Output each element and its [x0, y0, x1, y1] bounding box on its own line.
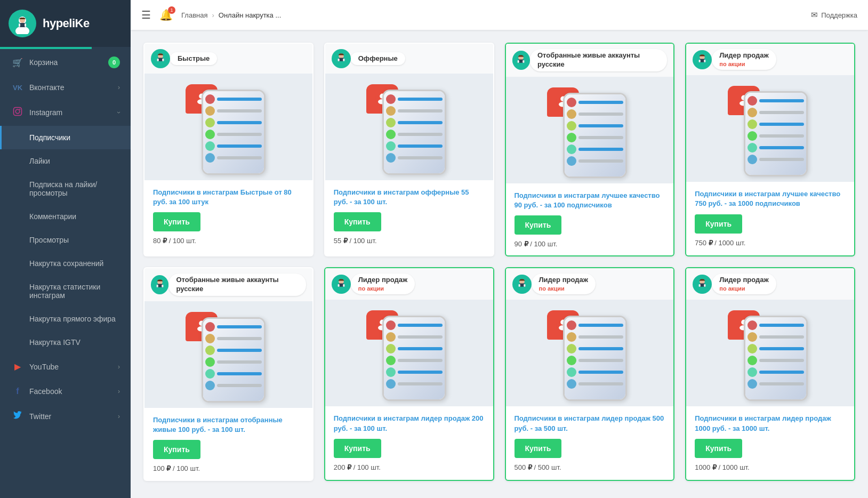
sidebar-label-subscribers: Подписчики: [29, 133, 120, 142]
facebook-icon: f: [12, 387, 23, 396]
card-header-2: Офферные: [325, 44, 493, 74]
card-header-6: Лидер продаж по акции: [325, 268, 493, 300]
product-info-8: Подписчики в инстаграм лидер продаж 1000…: [686, 406, 854, 480]
product-title-7: Подписчики в инстаграм лидер продаж 500 …: [515, 414, 665, 433]
svg-rect-54: [343, 284, 344, 287]
product-title-1: Подписчики в инстаграм Быстрые от 80 руб…: [153, 188, 304, 207]
buy-button-7[interactable]: Купить: [515, 439, 562, 458]
sidebar-item-igtv[interactable]: Накрутка IGTV: [0, 331, 131, 354]
tag-pill-4: Лидер продаж по акции: [712, 49, 776, 70]
product-price-6: 200 ₽ / 100 шт.: [334, 463, 485, 471]
sidebar-item-sub-likes[interactable]: Подписка на лайки/ просмотры: [0, 173, 131, 205]
buy-button-5[interactable]: Купить: [153, 440, 200, 459]
card-header-8: Лидер продаж по акции: [686, 268, 854, 300]
sidebar-label-likes: Лайки: [29, 157, 120, 165]
sidebar-label-facebook: Facebook: [29, 387, 118, 396]
product-price-7: 500 ₽ / 500 шт.: [515, 463, 665, 471]
product-card-6: Лидер продаж по акции: [324, 267, 494, 481]
envelope-icon: ✉: [811, 10, 818, 20]
product-card-5: Отобранные живые аккаунты русские: [143, 267, 314, 481]
sidebar-label-live: Накрутка прямого эфира: [29, 315, 120, 323]
cart-icon: 🛒: [12, 58, 23, 68]
svg-rect-5: [19, 23, 20, 27]
product-title-2: Подписчики в инстаграм офферные 55 руб. …: [334, 188, 485, 207]
instagram-icon: [12, 107, 23, 118]
svg-rect-13: [157, 59, 159, 61]
sidebar-item-youtube[interactable]: ▶ YouTube ›: [0, 354, 131, 379]
sidebar-label-youtube: YouTube: [29, 363, 118, 371]
sidebar-item-saves[interactable]: Накрутка сохранений: [0, 252, 131, 275]
sidebar-item-likes[interactable]: Лайки: [0, 149, 131, 173]
arrow-icon-instagram: ›: [115, 111, 123, 114]
arrow-icon: ›: [118, 84, 120, 91]
card-header-3: Отобранные живые аккаунты русские: [506, 44, 674, 77]
product-image-8: [686, 300, 854, 406]
product-card-3: Отобранные живые аккаунты русские: [505, 43, 675, 256]
sidebar-item-vk[interactable]: VK Вконтакте ›: [0, 76, 131, 99]
sidebar-item-views[interactable]: Просмотры: [0, 228, 131, 252]
svg-rect-69: [699, 284, 701, 287]
product-title-5: Подписчики в инстаграм отобранные живые …: [153, 415, 304, 435]
tag-pill-6: Лидер продаж по акции: [351, 274, 415, 294]
svg-rect-21: [337, 59, 339, 61]
svg-rect-29: [518, 60, 519, 63]
buy-button-6[interactable]: Купить: [334, 439, 381, 458]
sidebar-item-subscribers[interactable]: Подписчики: [0, 126, 131, 149]
svg-rect-45: [156, 285, 158, 287]
sub-tag-8: по акции: [719, 285, 768, 292]
buy-button-4[interactable]: Купить: [695, 214, 742, 234]
svg-point-8: [15, 109, 20, 114]
product-title-8: Подписчики в инстаграм лидер продаж 1000…: [695, 414, 846, 433]
product-price-2: 55 ₽ / 100 шт.: [334, 237, 485, 245]
sidebar-item-facebook[interactable]: f Facebook ›: [0, 379, 131, 404]
product-card-8: Лидер продаж по акции: [685, 267, 855, 481]
support-label: Поддержка: [821, 11, 857, 19]
svg-rect-38: [704, 60, 705, 62]
svg-rect-62: [524, 284, 525, 287]
avatar: [9, 10, 36, 37]
card-header-7: Лидер продаж по акции: [506, 268, 674, 300]
product-image-3: [506, 77, 674, 183]
product-image-7: [506, 300, 674, 406]
notification-badge: 1: [168, 6, 175, 14]
product-image-4: [686, 75, 854, 182]
product-title-4: Подписчики в инстаграм лучшее качество 7…: [695, 189, 846, 208]
arrow-icon-youtube: ›: [118, 363, 120, 371]
sidebar-label-cart: Корзина: [29, 58, 108, 67]
breadcrumb-home[interactable]: Главная: [181, 11, 207, 19]
tag-pill-3: Отобранные живые аккаунты русские: [530, 49, 667, 71]
sidebar-label-views: Просмотры: [29, 236, 120, 244]
buy-button-8[interactable]: Купить: [695, 439, 742, 458]
sidebar-item-live[interactable]: Накрутка прямого эфира: [0, 307, 131, 331]
svg-point-9: [19, 109, 20, 110]
product-image-5: [144, 301, 312, 408]
card-header-5: Отобранные живые аккаунты русские: [144, 268, 312, 301]
svg-rect-22: [343, 59, 344, 61]
sidebar-item-twitter[interactable]: Twitter ›: [0, 404, 131, 429]
notification-bell[interactable]: 🔔 1: [159, 9, 173, 21]
buy-button-3[interactable]: Купить: [515, 215, 562, 235]
svg-rect-61: [518, 284, 520, 287]
buy-button-1[interactable]: Купить: [153, 212, 200, 231]
sidebar-label-twitter: Twitter: [29, 412, 118, 421]
svg-rect-30: [523, 60, 524, 63]
sidebar-label-instagram: Instagram: [29, 108, 118, 117]
sidebar-item-comments[interactable]: Комментарии: [0, 205, 131, 228]
svg-rect-14: [162, 59, 164, 61]
youtube-icon: ▶: [12, 362, 23, 372]
sidebar-item-instagram[interactable]: Instagram ›: [0, 99, 131, 126]
card-header-1: Быстрые: [144, 44, 312, 74]
svg-rect-6: [25, 23, 26, 27]
menu-icon[interactable]: ☰: [141, 9, 151, 21]
topbar: ☰ 🔔 1 Главная › Онлайн накрутка ... ✉ По…: [131, 0, 868, 30]
sidebar-item-stats[interactable]: Накрутка статистики инстаграм: [0, 275, 131, 307]
arrow-icon-twitter: ›: [118, 413, 120, 420]
support-button[interactable]: ✉ Поддержка: [811, 10, 857, 20]
sidebar-item-cart[interactable]: 🛒 Корзина 0: [0, 49, 131, 76]
buy-button-2[interactable]: Купить: [334, 212, 381, 231]
product-title-3: Подписчики в инстаграм лучшее качество 9…: [515, 191, 665, 210]
products-grid: Быстрые: [143, 43, 855, 481]
product-info-5: Подписчики в инстаграм отобранные живые …: [144, 408, 312, 480]
sidebar-label-comments: Комментарии: [29, 212, 120, 221]
sidebar-label-igtv: Накрутка IGTV: [29, 338, 120, 347]
